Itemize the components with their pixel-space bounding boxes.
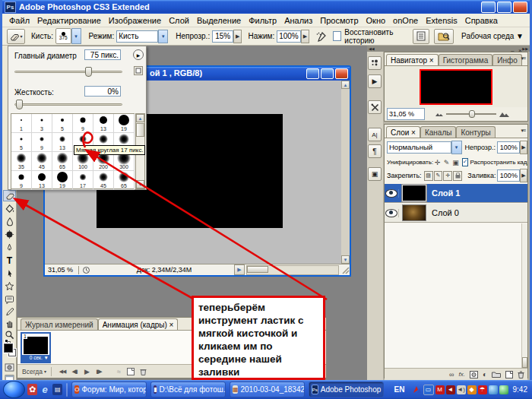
doc-size-info[interactable]: Док: 2,34М/2,34М xyxy=(94,266,234,274)
panel-close-icon[interactable]: × xyxy=(518,47,522,54)
tool-burn[interactable] xyxy=(3,229,16,240)
collapse-right-icon[interactable]: ▶▶ xyxy=(522,46,528,51)
bridge-icon[interactable] xyxy=(434,29,454,44)
panel-minimize-icon[interactable]: ‒ xyxy=(511,47,514,54)
mode-dropdown-button[interactable]: ▾ xyxy=(158,30,168,43)
lock-move-icon[interactable]: ✛ xyxy=(443,171,452,181)
brush-preset[interactable]: 5 xyxy=(11,133,32,152)
tool-eraser[interactable] xyxy=(3,190,16,201)
tool-paint-bucket[interactable] xyxy=(3,203,16,214)
volume-alt-tray-icon[interactable]: ◄ xyxy=(446,385,455,394)
mode-select[interactable]: Кисть xyxy=(116,30,158,43)
brush-preset[interactable]: 9 xyxy=(73,114,93,133)
navigator-view-box[interactable] xyxy=(420,69,492,105)
brush-preset[interactable]: 3 xyxy=(32,114,52,133)
tool-presets-panel-icon[interactable] xyxy=(368,100,382,114)
menu-analysis[interactable]: Анализ xyxy=(280,16,316,25)
taskbar-button-folder[interactable]: ▮ D:\Всё для фотош... xyxy=(150,382,226,397)
dock-header[interactable]: ◀◀ ▶▶ xyxy=(367,46,530,52)
close-button[interactable] xyxy=(513,2,527,13)
character-panel-icon[interactable]: A| xyxy=(368,128,382,141)
diameter-slider-thumb[interactable] xyxy=(85,67,92,77)
brush-preset[interactable]: 9 xyxy=(11,171,32,190)
diameter-slider[interactable] xyxy=(14,71,122,73)
link-layers-icon[interactable]: ∞ xyxy=(449,371,454,378)
tab-histogram[interactable]: Гистограмма xyxy=(439,54,493,66)
scheduler-tray-icon[interactable]: ◆ xyxy=(467,385,477,394)
delete-layer-icon[interactable] xyxy=(518,371,524,378)
blend-dropdown-icon[interactable]: ▾ xyxy=(451,141,462,154)
opacity-input[interactable]: 15% xyxy=(212,30,233,43)
update-tray-icon[interactable] xyxy=(499,385,508,394)
volume-tray-icon[interactable]: ◄) xyxy=(457,385,466,394)
collapse-left-icon[interactable]: ◀◀ xyxy=(369,46,375,51)
hardness-slider[interactable] xyxy=(14,103,122,106)
brush-preset[interactable]: 19 xyxy=(52,171,73,190)
workspace-menu[interactable]: Рабочая среда ▼ xyxy=(461,32,524,40)
fill-spinner[interactable]: ▶ xyxy=(520,169,527,182)
menu-view[interactable]: Просмотр xyxy=(316,16,362,25)
quicklaunch-icon-3[interactable]: ▤ xyxy=(52,384,62,395)
minimize-button[interactable] xyxy=(481,2,496,13)
network-tray-icon[interactable] xyxy=(489,385,498,394)
layer-row-2[interactable]: Слой 0 xyxy=(385,204,527,223)
scroll-up-icon[interactable]: ▲ xyxy=(136,114,144,122)
layer-thumbnail[interactable] xyxy=(402,185,426,201)
blend-mode-select[interactable]: Нормальный xyxy=(387,141,451,154)
brush-preset[interactable]: 65 xyxy=(52,152,73,171)
navigator-menu-icon[interactable]: ▾≡ xyxy=(521,55,525,62)
loop-dropdown-icon[interactable]: ▾ xyxy=(44,369,46,374)
tool-hand[interactable] xyxy=(3,318,16,329)
navigator-zoom-slider[interactable] xyxy=(446,113,496,115)
scroll-up-icon[interactable]: ▲ xyxy=(341,81,350,89)
gpu-tray-icon[interactable] xyxy=(413,385,422,394)
tool-path-select[interactable] xyxy=(3,268,16,279)
hardness-slider-thumb[interactable] xyxy=(16,100,23,109)
new-group-icon[interactable] xyxy=(492,371,501,378)
diameter-input[interactable]: 75 пикс. xyxy=(84,49,121,60)
first-frame-icon[interactable]: ◀◀ xyxy=(56,366,68,376)
clock[interactable]: 9:42 xyxy=(513,385,527,394)
brush-preset[interactable]: 17 xyxy=(73,171,93,190)
tool-pen[interactable] xyxy=(3,242,16,253)
scroll-down-icon[interactable]: ▼ xyxy=(136,180,144,188)
language-indicator[interactable]: EN xyxy=(394,385,405,394)
tab-navigator[interactable]: Навигатор × xyxy=(386,54,439,66)
zoom-out-mountains-icon[interactable] xyxy=(435,111,443,117)
new-layer-icon[interactable] xyxy=(505,371,513,378)
paragraph-panel-icon[interactable]: ¶ xyxy=(368,144,382,158)
frame-1[interactable]: 1 0 сек. ▼ xyxy=(21,332,51,363)
navigator-zoom-input[interactable]: 31,05 % xyxy=(387,108,425,120)
layers-menu-icon[interactable]: ▾≡ xyxy=(521,128,525,134)
zoom-in-mountains-icon[interactable] xyxy=(499,110,509,118)
tab-animation-frames[interactable]: Анимация (кадры) × xyxy=(98,318,179,331)
doc-minimize-button[interactable] xyxy=(306,68,319,79)
h-scroll-thumb[interactable] xyxy=(247,266,268,273)
internet-explorer-icon[interactable]: e xyxy=(40,384,49,395)
new-preset-icon[interactable] xyxy=(134,66,143,75)
brush-preset[interactable]: 19 xyxy=(114,114,135,133)
tool-blur[interactable] xyxy=(3,216,16,227)
layer-comps-panel-icon[interactable]: ▣ xyxy=(368,167,382,181)
tool-shape[interactable] xyxy=(3,280,16,292)
unify-visibility-icon[interactable]: ✎ xyxy=(444,159,450,166)
visibility-eye-icon[interactable] xyxy=(385,189,399,198)
resize-grip-icon[interactable] xyxy=(340,265,350,274)
tab-channels[interactable]: Каналы xyxy=(420,126,457,138)
brush-preset[interactable]: 9 xyxy=(32,133,52,152)
airbrush-icon[interactable] xyxy=(315,31,327,42)
menu-file[interactable]: Файл xyxy=(5,16,33,25)
doc-close-button[interactable] xyxy=(335,68,348,79)
taskbar-button-image[interactable]: ▦ 2010-03-04_18342... xyxy=(230,382,305,397)
tab-paths[interactable]: Контуры xyxy=(456,126,495,138)
menu-select[interactable]: Выделение xyxy=(193,16,245,25)
tool-type[interactable]: T xyxy=(3,255,16,266)
tab-info[interactable]: Инфо xyxy=(492,54,522,66)
brushes-panel-icon[interactable] xyxy=(368,56,382,70)
brush-preset[interactable]: 45 xyxy=(93,171,114,190)
prev-frame-icon[interactable]: ◀▮ xyxy=(68,366,81,376)
v-scrollbar[interactable]: ▲ ▼ xyxy=(341,81,350,264)
layers-scrollbar[interactable] xyxy=(521,223,527,368)
lock-transparency-icon[interactable]: ▨ xyxy=(424,171,433,181)
tab-measurement-log[interactable]: Журнал измерений xyxy=(21,318,98,331)
